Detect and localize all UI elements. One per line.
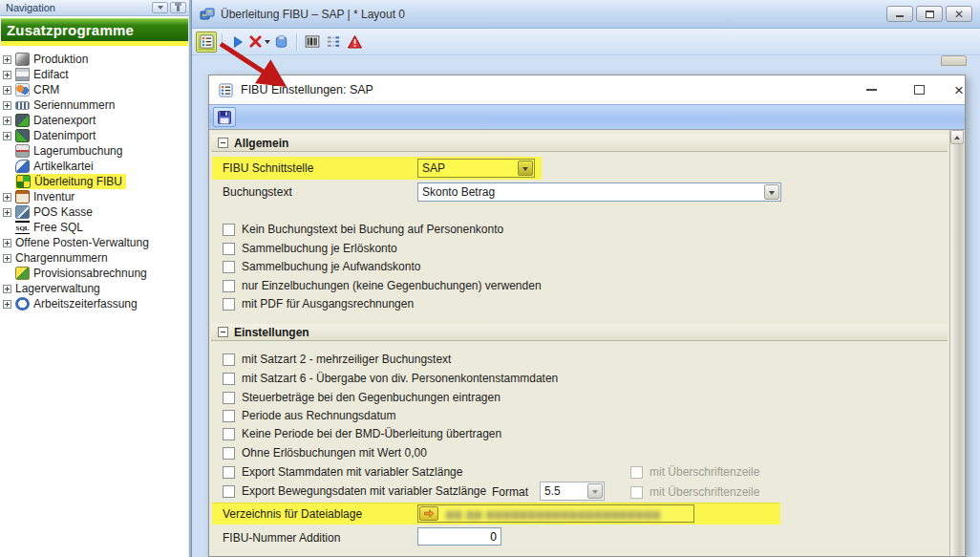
checkbox[interactable] (223, 466, 235, 479)
fibu-settings-icon (219, 83, 233, 97)
warning-button[interactable] (344, 32, 365, 53)
main-toolbar (192, 29, 980, 55)
sidebar-item-crm[interactable]: CRM (3, 82, 189, 97)
dialog-close-button[interactable]: × (945, 75, 973, 104)
sidebar-item-inventur[interactable]: Inventur (3, 189, 189, 204)
expand-icon[interactable] (3, 55, 11, 64)
checkbox-row: Sammelbuchung je Aufwandskonto (223, 259, 420, 274)
barcode-button[interactable] (302, 32, 323, 53)
expand-icon[interactable] (3, 208, 11, 217)
checkbox[interactable] (223, 280, 235, 292)
checkbox-row: Kein Buchungstext bei Buchung auf Person… (223, 222, 503, 237)
sidebar-item-provisionsabrechnung[interactable]: Provisionsabrechnung (3, 266, 189, 281)
sidebar-item-datenexport[interactable]: Datenexport (3, 113, 189, 128)
run-icon (231, 35, 245, 49)
sidebar-item-arbeitszeiterfassung[interactable]: Arbeitszeiterfassung (3, 296, 189, 311)
nav-group-header[interactable]: Zusatzprogramme (1, 18, 188, 41)
checkbox-row: mit Satzart 2 - mehrzeiliger Buchungstex… (223, 352, 451, 367)
buchungstext-select[interactable]: Skonto Betrag (417, 182, 781, 202)
protocol-button[interactable] (270, 32, 291, 53)
sidebar-item-chargennummern[interactable]: Chargennummern (3, 250, 189, 266)
verzeichnis-field[interactable]: ▆▆ ▆▆ ▆▆▆▆▆▆▆▆▆▆▆▆▆▆▆▆▆▆▆▆▆ (417, 504, 694, 523)
dialog-title: FIBU Einstellungen: SAP (241, 83, 373, 96)
run-button[interactable] (227, 32, 248, 53)
nav-pin-button[interactable] (170, 2, 186, 13)
checkbox[interactable] (223, 428, 235, 440)
stock-transfer-icon (15, 144, 30, 158)
serial-numbers-icon (15, 101, 30, 110)
expand-icon[interactable] (3, 101, 11, 110)
expand-icon[interactable] (3, 86, 11, 95)
scroll-up-button[interactable] (950, 130, 964, 144)
dropdown-button[interactable] (518, 161, 533, 176)
sidebar-item-seriennummern[interactable]: Seriennummern (3, 97, 189, 113)
selected-item-highlight: Überleitung FIBU (15, 174, 126, 189)
expand-icon[interactable] (3, 117, 11, 125)
checkbox-disabled[interactable] (630, 486, 643, 499)
delete-icon (248, 34, 263, 49)
chevron-down-icon (769, 191, 775, 198)
checkbox-row: Steuerbeträge bei den Gegenbuchungen ein… (223, 390, 501, 405)
nav-collapse-button[interactable] (152, 2, 168, 13)
sidebar-item-artikelkartei[interactable]: Artikelkartei (3, 159, 189, 174)
collapse-icon[interactable] (218, 327, 228, 337)
data-import-icon (15, 129, 30, 142)
checkbox-disabled[interactable] (630, 466, 643, 479)
chevron-down-icon (158, 6, 163, 12)
delete-button[interactable] (248, 32, 270, 53)
sidebar-item-lagerverwaltung[interactable]: Lagerverwaltung (3, 281, 189, 296)
dialog-scrollbar[interactable] (949, 130, 964, 556)
sidebar-item-produktion[interactable]: Produktion (3, 52, 189, 67)
sidebar-item-free-sql[interactable]: SQLFree SQL (3, 220, 189, 235)
collapse-icon[interactable] (218, 138, 228, 148)
format-select[interactable]: 5.5 (540, 482, 605, 501)
checkbox[interactable] (223, 224, 235, 236)
checkbox[interactable] (223, 373, 235, 385)
dropdown-button[interactable] (587, 483, 603, 499)
expand-icon[interactable] (3, 239, 11, 247)
expand-icon[interactable] (3, 254, 11, 263)
checkbox[interactable] (223, 410, 235, 422)
checkbox[interactable] (223, 485, 235, 498)
assignment-list-button[interactable] (323, 32, 344, 53)
maximize-button[interactable] (916, 6, 943, 22)
chevron-down-icon (522, 167, 528, 174)
expand-icon[interactable] (3, 285, 11, 293)
expand-icon[interactable] (3, 132, 11, 140)
sidebar-item-offene-posten[interactable]: Offene Posten-Verwaltung (3, 235, 189, 250)
sidebar-item-datenimport[interactable]: Datenimport (3, 128, 189, 143)
barcode-icon (305, 34, 320, 49)
checkbox[interactable] (223, 447, 235, 460)
checkbox[interactable] (223, 298, 235, 311)
schnittstelle-label: FIBU Schnittstelle (223, 161, 313, 175)
pin-icon (177, 5, 180, 11)
scrollbar-fragment[interactable] (941, 55, 967, 66)
checkbox[interactable] (223, 353, 235, 366)
sidebar-item-ueberleitung-fibu[interactable]: Überleitung FIBU (3, 174, 189, 189)
expand-icon[interactable] (3, 71, 11, 79)
minimize-button[interactable] (886, 6, 913, 22)
close-button[interactable]: ✕ (946, 6, 972, 22)
section-header-einstellungen: Einstellungen (211, 324, 948, 341)
browse-directory-button[interactable] (419, 506, 438, 521)
fibu-settings-button[interactable] (196, 32, 217, 53)
dropdown-button[interactable] (764, 184, 779, 200)
sidebar-item-lagerumbuchung[interactable]: Lagerumbuchung (3, 143, 189, 159)
fibu-nummer-input[interactable] (417, 527, 501, 546)
dialog-minimize-button[interactable] (857, 75, 885, 104)
dialog-content: Allgemein FIBU Schnittstelle SAP Buchung… (209, 129, 965, 556)
checkbox[interactable] (223, 243, 235, 255)
expand-icon[interactable] (3, 300, 11, 309)
save-button[interactable] (213, 107, 236, 127)
sidebar-item-edifact[interactable]: Edifact (3, 67, 189, 82)
checkbox-row-header-line-1: mit Überschriftenzeile (630, 464, 759, 480)
checkbox[interactable] (223, 392, 235, 404)
dialog-maximize-button[interactable] (905, 75, 933, 104)
chevron-down-icon (592, 490, 598, 497)
fibu-nummer-label: FIBU-Nummer Addition (223, 531, 340, 545)
assignment-list-icon (327, 34, 341, 49)
sidebar-item-pos-kasse[interactable]: POS Kasse (3, 204, 189, 220)
fibu-schnittstelle-select[interactable]: SAP (417, 159, 535, 178)
expand-icon[interactable] (3, 193, 11, 202)
checkbox[interactable] (223, 261, 235, 273)
